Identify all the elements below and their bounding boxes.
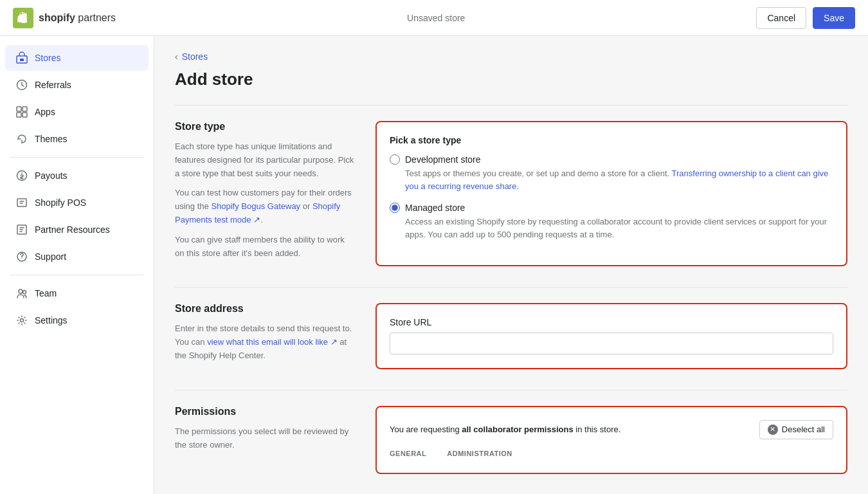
permissions-columns: GENERAL ADMINISTRATION [390,450,833,460]
pick-store-type-label: Pick a store type [390,135,833,145]
team-icon [15,287,28,300]
deselect-all-button[interactable]: ✕ Deselect all [759,420,833,439]
sidebar: Stores Referrals Apps Themes Payouts [0,36,154,494]
permissions-general-col: GENERAL [390,450,426,460]
store-address-desc: Enter in the store details to send this … [175,322,355,362]
store-type-left: Store type Each store type has unique li… [175,121,355,266]
permissions-section: Permissions The permissions you select w… [175,406,847,474]
header-store-status: Unsaved store [407,13,465,23]
deselect-label: Deselect all [782,425,825,434]
store-url-input[interactable] [390,333,833,354]
managed-store-desc: Access an existing Shopify store by requ… [405,215,833,241]
managed-radio-row: Managed store [390,203,833,213]
svg-rect-2 [20,59,24,61]
pos-icon [15,196,28,209]
sidebar-item-themes[interactable]: Themes [5,126,149,152]
top-header: shopify partners Unsaved store Cancel Sa… [0,0,868,36]
sidebar-divider-1 [10,157,143,158]
support-icon [15,250,28,263]
store-address-title: Store address [175,303,355,315]
test-mode-link[interactable]: test mode ↗ [214,215,260,224]
store-address-right: Store URL [375,303,847,369]
development-store-label[interactable]: Development store [405,154,481,165]
sidebar-item-label: Team [35,288,57,298]
sidebar-item-stores[interactable]: Stores [5,45,149,71]
sidebar-item-label: Themes [35,134,68,144]
sidebar-item-label: Partner Resources [35,224,110,235]
sidebar-item-label: Payouts [35,170,68,181]
shopify-logo-icon [13,8,33,28]
sidebar-item-label: Stores [35,53,60,63]
svg-rect-5 [23,107,27,111]
resources-icon [15,223,28,236]
layout: Stores Referrals Apps Themes Payouts [0,36,868,494]
section-divider-2 [175,287,847,288]
deselect-icon: ✕ [768,425,778,435]
sidebar-item-shopify-pos[interactable]: Shopify POS [5,190,149,215]
referral-icon [15,78,28,91]
breadcrumb-parent-link[interactable]: Stores [182,51,208,62]
svg-point-14 [21,319,24,322]
managed-store-option: Managed store Access an existing Shopify… [390,203,833,241]
store-type-section: Store type Each store type has unique li… [175,121,847,266]
store-url-label: Store URL [390,317,833,327]
permissions-left: Permissions The permissions you select w… [175,406,355,474]
store-type-right: Pick a store type Development store Test… [375,121,847,266]
breadcrumb-chevron: ‹ [175,51,178,62]
sidebar-item-settings[interactable]: Settings [5,307,149,333]
save-button[interactable]: Save [813,7,855,29]
email-view-link[interactable]: view what this email will look like [207,337,328,347]
svg-point-13 [23,291,26,294]
sidebar-divider-2 [10,275,143,275]
store-address-section: Store address Enter in the store details… [175,303,847,369]
payouts-icon [15,169,28,182]
svg-point-11 [22,259,23,259]
svg-rect-4 [17,107,21,111]
permissions-admin-col: ADMINISTRATION [447,450,512,460]
permissions-admin-header: ADMINISTRATION [447,450,512,457]
sidebar-item-support[interactable]: Support [5,244,149,270]
store-type-title: Store type [175,121,355,133]
cancel-button[interactable]: Cancel [756,7,806,29]
sidebar-item-team[interactable]: Team [5,280,149,306]
themes-icon [15,133,28,145]
development-radio-row: Development store [390,154,833,165]
development-store-desc: Test apps or themes you create, or set u… [405,167,833,192]
sidebar-item-apps[interactable]: Apps [5,99,149,125]
svg-rect-9 [17,199,26,206]
sidebar-item-label: Apps [35,107,55,117]
store-icon [15,51,28,64]
main-content: ‹ Stores Add store Store type Each store… [154,36,868,494]
managed-store-label[interactable]: Managed store [405,203,465,213]
sidebar-item-label: Settings [35,315,68,325]
permissions-right: You are requesting all collaborator perm… [375,406,847,474]
permissions-top-row: You are requesting all collaborator perm… [390,420,833,439]
sidebar-item-payouts[interactable]: Payouts [5,163,149,188]
store-address-left: Store address Enter in the store details… [175,303,355,369]
sidebar-item-referrals[interactable]: Referrals [5,72,149,98]
development-store-radio[interactable] [390,154,400,165]
header-actions: Cancel Save [756,7,855,29]
logo-text: shopify partners [39,12,116,24]
svg-rect-7 [23,113,27,117]
sidebar-item-label: Shopify POS [35,197,86,208]
transferring-link[interactable]: Transferring ownership to a client can g… [405,169,828,191]
section-divider-3 [175,390,847,390]
permissions-desc: The permissions you select will be revie… [175,425,355,452]
apps-icon [15,105,28,118]
breadcrumb: ‹ Stores [175,51,847,62]
permissions-title: Permissions [175,406,355,417]
store-type-desc3: You can give staff members the ability t… [175,233,355,261]
email-external-link[interactable]: ↗ [330,337,338,347]
development-store-option: Development store Test apps or themes yo… [390,154,833,192]
sidebar-item-partner-resources[interactable]: Partner Resources [5,217,149,242]
managed-store-radio[interactable] [390,203,400,213]
section-divider-1 [175,105,847,105]
sidebar-item-label: Support [35,252,66,262]
permissions-info: You are requesting all collaborator perm… [390,425,620,434]
sidebar-item-label: Referrals [35,80,71,90]
store-type-desc2: You can test how customers pay for their… [175,187,355,226]
svg-rect-6 [17,113,21,117]
bogus-gateway-link[interactable]: Shopify Bogus Gateway [211,201,300,211]
page-title: Add store [175,69,847,89]
